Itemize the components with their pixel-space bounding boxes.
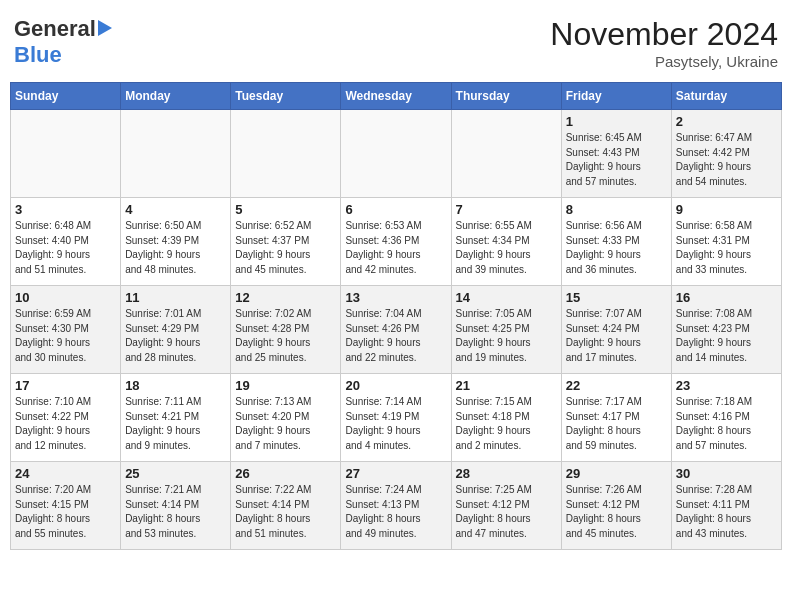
calendar-cell: 6Sunrise: 6:53 AM Sunset: 4:36 PM Daylig… (341, 198, 451, 286)
day-number: 2 (676, 114, 777, 129)
header-row: SundayMondayTuesdayWednesdayThursdayFrid… (11, 83, 782, 110)
day-number: 20 (345, 378, 446, 393)
day-number: 19 (235, 378, 336, 393)
day-info: Sunrise: 7:07 AM Sunset: 4:24 PM Dayligh… (566, 307, 667, 365)
calendar-cell (231, 110, 341, 198)
calendar-table: SundayMondayTuesdayWednesdayThursdayFrid… (10, 82, 782, 550)
calendar-header: SundayMondayTuesdayWednesdayThursdayFrid… (11, 83, 782, 110)
day-info: Sunrise: 7:02 AM Sunset: 4:28 PM Dayligh… (235, 307, 336, 365)
day-number: 21 (456, 378, 557, 393)
day-number: 16 (676, 290, 777, 305)
calendar-week-1: 1Sunrise: 6:45 AM Sunset: 4:43 PM Daylig… (11, 110, 782, 198)
day-info: Sunrise: 7:24 AM Sunset: 4:13 PM Dayligh… (345, 483, 446, 541)
day-number: 30 (676, 466, 777, 481)
logo-arrow-icon (98, 20, 112, 40)
day-header-friday: Friday (561, 83, 671, 110)
day-info: Sunrise: 7:13 AM Sunset: 4:20 PM Dayligh… (235, 395, 336, 453)
calendar-cell: 4Sunrise: 6:50 AM Sunset: 4:39 PM Daylig… (121, 198, 231, 286)
day-info: Sunrise: 6:50 AM Sunset: 4:39 PM Dayligh… (125, 219, 226, 277)
day-number: 1 (566, 114, 667, 129)
calendar-cell: 20Sunrise: 7:14 AM Sunset: 4:19 PM Dayli… (341, 374, 451, 462)
calendar-cell: 10Sunrise: 6:59 AM Sunset: 4:30 PM Dayli… (11, 286, 121, 374)
day-header-monday: Monday (121, 83, 231, 110)
calendar-cell: 24Sunrise: 7:20 AM Sunset: 4:15 PM Dayli… (11, 462, 121, 550)
day-number: 14 (456, 290, 557, 305)
day-number: 4 (125, 202, 226, 217)
day-number: 8 (566, 202, 667, 217)
calendar-cell: 18Sunrise: 7:11 AM Sunset: 4:21 PM Dayli… (121, 374, 231, 462)
calendar-cell: 23Sunrise: 7:18 AM Sunset: 4:16 PM Dayli… (671, 374, 781, 462)
day-number: 6 (345, 202, 446, 217)
day-info: Sunrise: 7:01 AM Sunset: 4:29 PM Dayligh… (125, 307, 226, 365)
day-number: 24 (15, 466, 116, 481)
day-number: 27 (345, 466, 446, 481)
day-info: Sunrise: 6:45 AM Sunset: 4:43 PM Dayligh… (566, 131, 667, 189)
day-number: 9 (676, 202, 777, 217)
logo-blue: Blue (14, 42, 62, 68)
day-number: 5 (235, 202, 336, 217)
day-number: 15 (566, 290, 667, 305)
day-info: Sunrise: 7:28 AM Sunset: 4:11 PM Dayligh… (676, 483, 777, 541)
calendar-cell: 12Sunrise: 7:02 AM Sunset: 4:28 PM Dayli… (231, 286, 341, 374)
day-info: Sunrise: 7:14 AM Sunset: 4:19 PM Dayligh… (345, 395, 446, 453)
calendar-cell: 17Sunrise: 7:10 AM Sunset: 4:22 PM Dayli… (11, 374, 121, 462)
calendar-cell: 14Sunrise: 7:05 AM Sunset: 4:25 PM Dayli… (451, 286, 561, 374)
day-number: 11 (125, 290, 226, 305)
calendar-cell: 2Sunrise: 6:47 AM Sunset: 4:42 PM Daylig… (671, 110, 781, 198)
day-header-sunday: Sunday (11, 83, 121, 110)
calendar-cell: 21Sunrise: 7:15 AM Sunset: 4:18 PM Dayli… (451, 374, 561, 462)
day-info: Sunrise: 7:21 AM Sunset: 4:14 PM Dayligh… (125, 483, 226, 541)
page-header: General Blue November 2024 Pasytsely, Uk… (10, 10, 782, 76)
day-info: Sunrise: 7:04 AM Sunset: 4:26 PM Dayligh… (345, 307, 446, 365)
day-number: 12 (235, 290, 336, 305)
day-info: Sunrise: 6:58 AM Sunset: 4:31 PM Dayligh… (676, 219, 777, 277)
day-info: Sunrise: 6:59 AM Sunset: 4:30 PM Dayligh… (15, 307, 116, 365)
day-number: 7 (456, 202, 557, 217)
day-info: Sunrise: 7:25 AM Sunset: 4:12 PM Dayligh… (456, 483, 557, 541)
day-number: 18 (125, 378, 226, 393)
calendar-cell: 1Sunrise: 6:45 AM Sunset: 4:43 PM Daylig… (561, 110, 671, 198)
calendar-cell: 22Sunrise: 7:17 AM Sunset: 4:17 PM Dayli… (561, 374, 671, 462)
calendar-cell: 3Sunrise: 6:48 AM Sunset: 4:40 PM Daylig… (11, 198, 121, 286)
calendar-cell: 8Sunrise: 6:56 AM Sunset: 4:33 PM Daylig… (561, 198, 671, 286)
calendar-cell: 5Sunrise: 6:52 AM Sunset: 4:37 PM Daylig… (231, 198, 341, 286)
day-info: Sunrise: 6:55 AM Sunset: 4:34 PM Dayligh… (456, 219, 557, 277)
calendar-cell: 29Sunrise: 7:26 AM Sunset: 4:12 PM Dayli… (561, 462, 671, 550)
day-number: 3 (15, 202, 116, 217)
day-info: Sunrise: 6:56 AM Sunset: 4:33 PM Dayligh… (566, 219, 667, 277)
day-info: Sunrise: 7:11 AM Sunset: 4:21 PM Dayligh… (125, 395, 226, 453)
day-info: Sunrise: 7:08 AM Sunset: 4:23 PM Dayligh… (676, 307, 777, 365)
logo: General Blue (14, 16, 112, 68)
day-number: 26 (235, 466, 336, 481)
day-info: Sunrise: 6:47 AM Sunset: 4:42 PM Dayligh… (676, 131, 777, 189)
day-header-thursday: Thursday (451, 83, 561, 110)
day-info: Sunrise: 6:53 AM Sunset: 4:36 PM Dayligh… (345, 219, 446, 277)
calendar-cell: 15Sunrise: 7:07 AM Sunset: 4:24 PM Dayli… (561, 286, 671, 374)
day-number: 28 (456, 466, 557, 481)
day-number: 25 (125, 466, 226, 481)
day-header-wednesday: Wednesday (341, 83, 451, 110)
day-number: 23 (676, 378, 777, 393)
calendar-week-5: 24Sunrise: 7:20 AM Sunset: 4:15 PM Dayli… (11, 462, 782, 550)
calendar-cell (121, 110, 231, 198)
calendar-cell: 26Sunrise: 7:22 AM Sunset: 4:14 PM Dayli… (231, 462, 341, 550)
day-info: Sunrise: 7:10 AM Sunset: 4:22 PM Dayligh… (15, 395, 116, 453)
calendar-cell: 9Sunrise: 6:58 AM Sunset: 4:31 PM Daylig… (671, 198, 781, 286)
day-info: Sunrise: 7:15 AM Sunset: 4:18 PM Dayligh… (456, 395, 557, 453)
logo-general: General (14, 16, 96, 42)
calendar-cell: 30Sunrise: 7:28 AM Sunset: 4:11 PM Dayli… (671, 462, 781, 550)
day-info: Sunrise: 7:18 AM Sunset: 4:16 PM Dayligh… (676, 395, 777, 453)
calendar-cell: 25Sunrise: 7:21 AM Sunset: 4:14 PM Dayli… (121, 462, 231, 550)
day-info: Sunrise: 7:26 AM Sunset: 4:12 PM Dayligh… (566, 483, 667, 541)
calendar-body: 1Sunrise: 6:45 AM Sunset: 4:43 PM Daylig… (11, 110, 782, 550)
day-info: Sunrise: 6:52 AM Sunset: 4:37 PM Dayligh… (235, 219, 336, 277)
calendar-week-2: 3Sunrise: 6:48 AM Sunset: 4:40 PM Daylig… (11, 198, 782, 286)
day-info: Sunrise: 7:17 AM Sunset: 4:17 PM Dayligh… (566, 395, 667, 453)
title-block: November 2024 Pasytsely, Ukraine (550, 16, 778, 70)
calendar-cell: 28Sunrise: 7:25 AM Sunset: 4:12 PM Dayli… (451, 462, 561, 550)
day-header-tuesday: Tuesday (231, 83, 341, 110)
calendar-cell: 19Sunrise: 7:13 AM Sunset: 4:20 PM Dayli… (231, 374, 341, 462)
day-number: 10 (15, 290, 116, 305)
day-header-saturday: Saturday (671, 83, 781, 110)
day-info: Sunrise: 6:48 AM Sunset: 4:40 PM Dayligh… (15, 219, 116, 277)
